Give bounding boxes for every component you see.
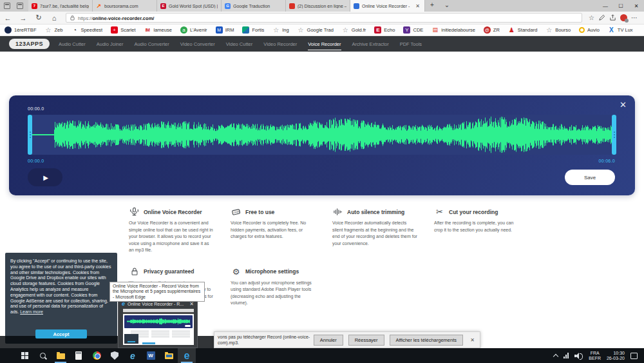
trim-handle-right[interactable] [612, 115, 616, 155]
action-center-icon[interactable] [630, 353, 638, 359]
language-indicator[interactable]: FRA BEFR [589, 351, 601, 361]
learn-more-link[interactable]: Learn more [20, 309, 43, 314]
favorite-item[interactable]: + Scarlet [111, 26, 135, 34]
favorite-item[interactable]: ☆ Google Trad [298, 26, 334, 34]
site-nav-link[interactable]: Video Converter [180, 37, 215, 50]
taskbar-calculator-button[interactable] [70, 348, 88, 363]
trim-handle-left[interactable] [28, 115, 32, 155]
share-icon[interactable] [609, 14, 616, 21]
cookie-text: By clicking "Accept" or continuing to us… [10, 259, 112, 315]
favorite-label: Fortis [252, 27, 264, 33]
favorite-label: Auvio [587, 27, 600, 33]
browser-tab-bar: 7 7sur7.be, l'actualité belge e ↗ bourso… [0, 0, 644, 12]
taskbar: e e FRA BEFR 10:30 26-03-20 [0, 348, 644, 363]
site-nav-link[interactable]: Video Cutter [226, 37, 253, 50]
window-controls: — ☐ ✕ [598, 0, 644, 12]
taskbar-ie-button[interactable]: e [124, 348, 142, 363]
clock[interactable]: 10:30 26-03-20 [607, 351, 625, 361]
favorite-item[interactable]: E Echo [374, 26, 395, 34]
favorite-item[interactable]: Fortis [242, 26, 264, 34]
site-nav-link[interactable]: Audio Cutter [59, 37, 86, 50]
waveform-area[interactable] [28, 115, 616, 155]
annotate-pen-icon[interactable] [598, 14, 605, 21]
back-icon[interactable]: ← [0, 14, 15, 22]
preview-screenshot[interactable] [123, 309, 194, 345]
start-button[interactable] [15, 348, 33, 363]
site-logo[interactable]: 123APPS [9, 39, 50, 49]
browser-tab-active[interactable]: Online Voice Recorder - ✕ [350, 0, 425, 12]
site-nav-link[interactable]: Voice Recorder [308, 37, 341, 50]
adblock-extension-icon[interactable] [620, 14, 627, 21]
favorite-label: Gold.fr [352, 27, 366, 33]
save-button[interactable]: Save [565, 170, 615, 185]
favorite-item[interactable]: ☆ Gold.fr [342, 26, 366, 34]
tab-close-icon[interactable]: ✕ [414, 3, 421, 9]
taskbar-thumbnail-preview[interactable]: e Online Voice Recorder - R... ✕ [118, 299, 198, 348]
site-nav-link[interactable]: Video Recorder [263, 37, 297, 50]
forward-icon[interactable]: → [15, 14, 31, 22]
waveform-canvas[interactable] [32, 115, 612, 155]
play-button[interactable]: ▶ [28, 168, 62, 186]
favorite-item[interactable]: ☆ Bourso [545, 26, 571, 34]
play-icon: ▶ [43, 174, 48, 181]
address-toolbar: ☆ ⋯ [582, 14, 644, 21]
show-hidden-icons-chevron[interactable] [553, 353, 558, 358]
set-tabs-aside-icon[interactable] [4, 3, 10, 9]
download-message: vons pas pu télécharger Record (online-v… [218, 334, 310, 346]
browser-tab[interactable]: 7 7sur7.be, l'actualité belge e [28, 0, 93, 12]
feature-title: Cut your recording [449, 209, 498, 215]
taskbar-chrome-button[interactable] [88, 348, 106, 363]
favorite-item[interactable]: ◔ Speedtest [71, 26, 102, 34]
browser-tab[interactable]: E Gold World Spot (USD) | L'E [157, 0, 222, 12]
taskbar-file-explorer-button[interactable] [52, 348, 70, 363]
cancel-download-button[interactable]: Annuler [314, 335, 343, 346]
recorder-close-icon[interactable]: ✕ [620, 100, 627, 110]
favorite-item[interactable]: a L'Avenir [180, 26, 207, 34]
favorite-item[interactable]: ☆ Zeb [44, 26, 62, 34]
favorite-item[interactable]: ♟ Standard [508, 26, 537, 34]
home-icon[interactable]: ⌂ [46, 14, 62, 22]
tab-menu-chevron-icon[interactable]: ⌄ [439, 0, 455, 12]
taskbar-search-button[interactable] [33, 348, 52, 363]
tab-favicon: 7 [32, 3, 37, 9]
accept-button[interactable]: Accept [35, 329, 87, 338]
browser-tab[interactable]: G Google Traduction [222, 0, 286, 12]
favorites-star-icon[interactable]: ☆ [589, 14, 594, 21]
favorite-favicon: @ [484, 26, 491, 34]
site-nav-link[interactable]: PDF Tools [400, 37, 422, 50]
favorite-item[interactable]: Y CDE [403, 26, 423, 34]
taskbar-defender-button[interactable] [106, 348, 124, 363]
preview-taskbar-accent [142, 342, 155, 344]
browser-tab[interactable]: ↗ boursorama.com [93, 0, 157, 12]
site-nav-link[interactable]: Audio Joiner [97, 37, 124, 50]
favorite-item[interactable]: 1èreRTBF [5, 26, 36, 34]
window-maximize-button[interactable]: ☐ [613, 0, 629, 12]
retry-download-button[interactable]: Réessayer [348, 335, 384, 346]
favorite-favicon: M [216, 26, 223, 34]
network-icon[interactable] [564, 353, 569, 358]
favorite-item[interactable]: ☆ Ing [272, 26, 289, 34]
window-minimize-button[interactable]: — [598, 0, 613, 12]
download-bar-close-icon[interactable]: ✕ [470, 337, 475, 343]
favorite-item[interactable]: Auvio [579, 27, 600, 33]
favorite-item[interactable]: @ ZR [484, 26, 500, 34]
new-tab-button[interactable]: + [425, 0, 439, 12]
tab-preview-icon[interactable] [17, 3, 23, 9]
taskbar-media-folder-button[interactable] [160, 348, 178, 363]
taskbar-edge-button[interactable]: e [178, 348, 196, 363]
url-field[interactable]: https://online-voice-recorder.com/ [66, 13, 582, 23]
show-downloads-button[interactable]: Afficher les téléchargements [390, 335, 464, 346]
favorite-item[interactable]: IM lameuse [144, 26, 172, 34]
favorite-item[interactable]: X TV Lux [608, 26, 633, 34]
refresh-icon[interactable]: ↻ [31, 14, 46, 22]
favorite-item[interactable]: M IRM [216, 26, 234, 34]
favorite-item[interactable]: ▤ initiedelabourse [431, 26, 475, 34]
volume-icon[interactable] [574, 353, 583, 359]
window-close-button[interactable]: ✕ [629, 0, 644, 12]
site-nav-link[interactable]: Audio Converter [134, 37, 169, 50]
taskbar-word-button[interactable] [142, 348, 160, 363]
favorite-label: Zeb [54, 27, 62, 33]
browser-tab[interactable]: (2) Discussion en ligne – Zo [286, 0, 350, 12]
settings-more-icon[interactable]: ⋯ [631, 14, 638, 21]
site-nav-link[interactable]: Archive Extractor [352, 37, 389, 50]
